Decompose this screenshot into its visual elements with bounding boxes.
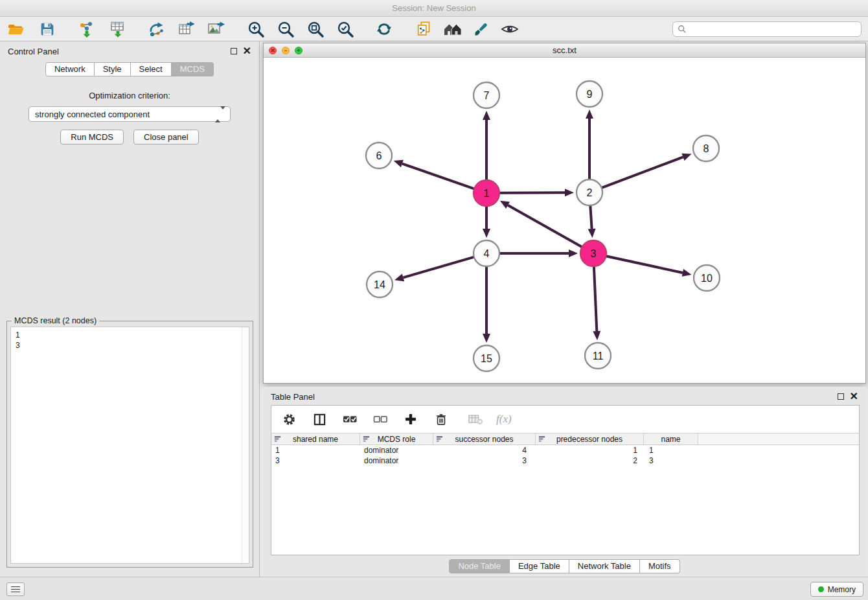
table-cell[interactable]: 2	[536, 456, 644, 465]
import-network-icon[interactable]	[76, 19, 96, 39]
close-window-icon[interactable]: ✕	[269, 47, 277, 54]
table-cell[interactable]: 3	[271, 456, 360, 465]
apply-style-icon[interactable]	[472, 19, 491, 39]
graph-edge-4-14[interactable]	[394, 257, 474, 282]
network-window-titlebar[interactable]: ✕ − + scc.txt	[264, 43, 865, 58]
dropdown-arrows-icon	[215, 110, 225, 119]
export-table-icon[interactable]	[176, 19, 196, 39]
export-image-icon[interactable]	[206, 19, 225, 39]
tab-motifs[interactable]: Motifs	[640, 559, 680, 573]
graph-node-15[interactable]: 15	[474, 345, 499, 371]
tab-edge-table[interactable]: Edge Table	[510, 559, 569, 573]
unselect-all-icon[interactable]	[371, 410, 390, 429]
graph-node-8[interactable]: 8	[693, 135, 719, 161]
graph-edge-4-15[interactable]	[483, 266, 490, 343]
tab-network[interactable]: Network	[45, 62, 95, 76]
minimize-window-icon[interactable]: −	[282, 47, 290, 54]
network-window-title: scc.txt	[553, 45, 577, 55]
show-hide-icon[interactable]	[500, 19, 520, 39]
float-panel-icon[interactable]	[231, 48, 237, 54]
table-cell[interactable]: 1	[536, 446, 644, 455]
zoom-fit-icon[interactable]	[306, 19, 325, 39]
table-cell[interactable]: 3	[433, 456, 536, 465]
network-graph[interactable]: 7968124314101511	[264, 58, 865, 383]
table-cell[interactable]: 4	[433, 446, 536, 455]
close-panel-icon[interactable]: ✕	[243, 48, 251, 54]
graph-edge-1-6[interactable]	[394, 160, 474, 189]
table-row[interactable]: 1dominator411	[271, 445, 859, 456]
graph-node-3[interactable]: 3	[580, 240, 606, 266]
delete-row-icon[interactable]	[431, 410, 451, 429]
import-table-icon[interactable]	[108, 19, 127, 39]
graph-node-label: 1	[484, 188, 490, 199]
graph-edge-2-3[interactable]	[588, 205, 596, 238]
zoom-in-icon[interactable]	[246, 19, 266, 39]
open-session-icon[interactable]	[6, 19, 26, 39]
float-table-panel-icon[interactable]	[838, 393, 844, 400]
table-cell[interactable]: dominator	[360, 456, 433, 465]
criterion-dropdown[interactable]: strongly connected component	[29, 106, 231, 122]
optimization-criterion-label: Optimization criterion:	[0, 91, 259, 100]
column-settings-icon[interactable]	[279, 410, 299, 429]
search-input[interactable]	[672, 21, 862, 37]
graph-node-1[interactable]: 1	[474, 180, 499, 206]
tab-select[interactable]: Select	[131, 62, 172, 76]
memory-button[interactable]: Memory	[810, 582, 863, 597]
graph-node-2[interactable]: 2	[577, 179, 602, 205]
tab-network-table[interactable]: Network Table	[569, 559, 640, 573]
graph-edge-1-4[interactable]	[483, 206, 490, 238]
show-columns-icon[interactable]	[310, 410, 329, 429]
table-cell[interactable]: 3	[644, 456, 698, 465]
mcds-result-list[interactable]: 13	[10, 327, 249, 564]
graph-node-6[interactable]: 6	[366, 143, 392, 168]
column-type-icon	[363, 435, 370, 444]
graph-edge-3-11[interactable]	[593, 266, 600, 340]
graph-edge-1-2[interactable]	[499, 189, 574, 196]
graph-node-9[interactable]: 9	[577, 81, 602, 107]
column-header-mcds-role[interactable]: MCDS role	[360, 433, 433, 444]
table-cell[interactable]: 1	[644, 446, 698, 455]
new-network-icon[interactable]	[146, 19, 166, 39]
table-cell[interactable]: dominator	[360, 446, 433, 455]
window-titlebar[interactable]: Session: New Session	[0, 0, 868, 17]
graph-node-4[interactable]: 4	[474, 240, 499, 266]
graph-edge-2-9[interactable]	[586, 110, 593, 179]
first-neighbors-icon[interactable]	[443, 19, 463, 39]
graph-node-10[interactable]: 10	[694, 265, 720, 291]
network-canvas[interactable]: 7968124314101511	[264, 58, 865, 383]
add-row-icon[interactable]	[401, 410, 420, 429]
graph-node-14[interactable]: 14	[367, 271, 393, 297]
graph-node-label: 10	[701, 273, 713, 284]
tab-style[interactable]: Style	[95, 62, 131, 76]
graph-edge-3-10[interactable]	[606, 256, 692, 277]
zoom-out-icon[interactable]	[276, 19, 295, 39]
save-session-icon[interactable]	[38, 19, 57, 39]
zoom-selected-icon[interactable]	[336, 19, 355, 39]
close-panel-button[interactable]: Close panel	[133, 130, 199, 144]
column-header-successor-nodes[interactable]: successor nodes	[433, 433, 536, 444]
table-header-row: shared name MCDS role successor nodes pr…	[271, 433, 859, 445]
run-mcds-button[interactable]: Run MCDS	[60, 130, 124, 144]
select-all-icon[interactable]	[340, 410, 360, 429]
panel-menu-button[interactable]	[6, 583, 25, 596]
table-row[interactable]: 3dominator323	[271, 456, 859, 466]
graph-edge-3-1[interactable]	[500, 201, 582, 247]
graph-edge-1-7[interactable]	[483, 111, 490, 180]
apply-layout-icon[interactable]	[374, 19, 394, 39]
graph-node-label: 11	[593, 351, 604, 362]
result-scrollbar[interactable]	[242, 327, 249, 563]
tab-node-table[interactable]: Node Table	[449, 559, 510, 573]
tab-mcds[interactable]: MCDS	[172, 62, 214, 76]
column-header-name[interactable]: name	[644, 433, 698, 444]
maximize-window-icon[interactable]: +	[295, 47, 303, 54]
graph-edge-2-8[interactable]	[602, 154, 692, 188]
close-table-panel-icon[interactable]: ✕	[850, 393, 858, 400]
copy-style-icon[interactable]	[415, 19, 434, 39]
table-tabs: Node Table Edge Table Network Table Moti…	[263, 559, 866, 573]
graph-node-11[interactable]: 11	[585, 343, 611, 369]
table-cell[interactable]: 1	[271, 446, 360, 455]
graph-edge-4-3[interactable]	[499, 249, 578, 257]
graph-node-7[interactable]: 7	[474, 82, 499, 108]
column-header-predecessor-nodes[interactable]: predecessor nodes	[536, 433, 644, 444]
column-header-shared-name[interactable]: shared name	[271, 433, 360, 444]
